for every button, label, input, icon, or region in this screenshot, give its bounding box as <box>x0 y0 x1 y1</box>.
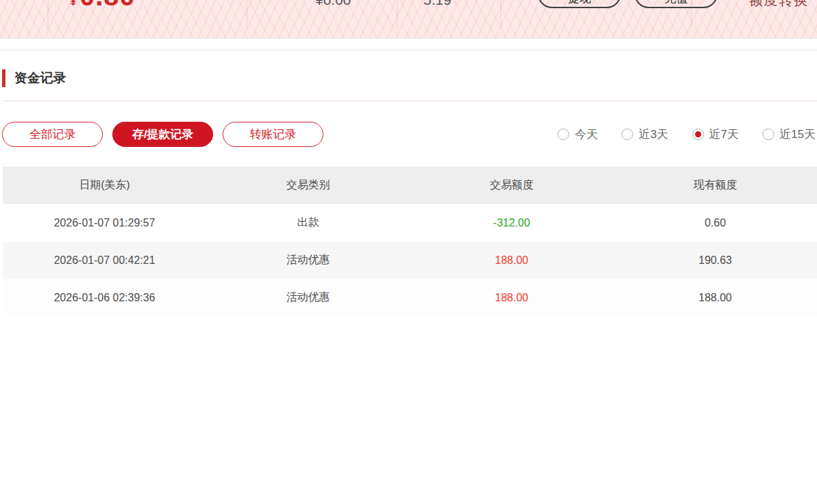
table-header-row: 日期(美东) 交易类别 交易额度 现有额度 <box>3 167 817 204</box>
radio-label: 近7天 <box>709 127 739 142</box>
radio-circle-icon <box>622 129 633 140</box>
table-row: 2026-01-07 00:42:21 活动优惠 188.00 190.63 <box>3 241 817 279</box>
page-divider <box>0 50 817 50</box>
radio-last-7-days[interactable]: 近7天 <box>692 127 739 142</box>
section-divider <box>2 101 817 101</box>
radio-last-3-days[interactable]: 近3天 <box>622 127 668 142</box>
table-row: 2026-01-07 01:29:57 出款 -312.00 0.60 <box>3 204 817 241</box>
radio-today[interactable]: 今天 <box>558 127 598 142</box>
cell-amount: -312.00 <box>410 217 613 229</box>
quota-transfer-link[interactable]: 额度转换 <box>749 0 809 7</box>
deposit-button[interactable]: 充值 <box>635 0 718 8</box>
radio-label: 今天 <box>575 127 598 142</box>
radio-circle-icon <box>558 129 569 140</box>
cell-balance: 0.60 <box>613 217 817 229</box>
cell-amount: 188.00 <box>410 292 613 304</box>
tab-all-records[interactable]: 全部记录 <box>2 122 103 147</box>
wallet-banner: ¥ 0.80 ¥0.00 5.19 提现 充值 额度转换 <box>0 0 817 39</box>
col-header-amount: 交易额度 <box>410 178 613 192</box>
cell-amount: 188.00 <box>410 254 613 267</box>
table-row: 2026-01-06 02:39:36 活动优惠 188.00 188.00 <box>3 279 817 316</box>
main-balance: ¥ 0.80 <box>70 0 135 10</box>
col-header-balance: 现有额度 <box>613 178 817 192</box>
cell-type: 活动优惠 <box>206 253 410 267</box>
cell-date: 2026-01-07 00:42:21 <box>3 254 206 267</box>
radio-circle-icon <box>692 129 704 140</box>
funds-record-table: 日期(美东) 交易类别 交易额度 现有额度 2026-01-07 01:29:5… <box>3 167 817 316</box>
banner-divider <box>48 0 48 29</box>
cell-balance: 190.63 <box>613 254 817 267</box>
col-header-type: 交易类别 <box>206 178 410 192</box>
locked-balance-value: ¥0.00 <box>315 0 351 7</box>
cell-balance: 188.00 <box>613 292 817 304</box>
currency-symbol: ¥ <box>70 0 76 7</box>
col-header-date: 日期(美东) <box>3 178 206 192</box>
page-title: 资金记录 <box>14 69 66 87</box>
banner-divider <box>500 0 501 29</box>
tab-transfer-records[interactable]: 转账记录 <box>223 122 323 147</box>
cell-type: 活动优惠 <box>206 290 410 305</box>
funds-record-section: 资金记录 全部记录 存/提款记录 转账记录 今天 近3天 近7天 近15天 <box>0 69 817 316</box>
radio-circle-icon <box>763 129 774 140</box>
section-header: 资金记录 <box>2 69 817 87</box>
cell-date: 2026-01-07 01:29:57 <box>3 217 206 229</box>
filter-row: 全部记录 存/提款记录 转账记录 今天 近3天 近7天 近15天 <box>2 122 817 147</box>
radio-label: 近15天 <box>780 127 816 142</box>
tab-deposit-withdraw[interactable]: 存/提款记录 <box>112 122 213 147</box>
radio-last-15-days[interactable]: 近15天 <box>763 127 816 142</box>
withdraw-button[interactable]: 提现 <box>538 0 621 8</box>
record-type-tabs: 全部记录 存/提款记录 转账记录 <box>2 122 333 147</box>
date-range-radios: 今天 近3天 近7天 近15天 <box>534 127 816 142</box>
main-balance-value: 0.80 <box>80 0 135 10</box>
banner-divider <box>246 0 247 29</box>
banner-gap <box>0 39 817 50</box>
section-accent-bar <box>2 69 5 87</box>
banner-divider <box>397 0 398 29</box>
radio-label: 近3天 <box>639 127 668 142</box>
cell-type: 出款 <box>206 216 410 230</box>
other-balance-value: 5.19 <box>423 0 451 7</box>
cell-date: 2026-01-06 02:39:36 <box>3 292 206 304</box>
